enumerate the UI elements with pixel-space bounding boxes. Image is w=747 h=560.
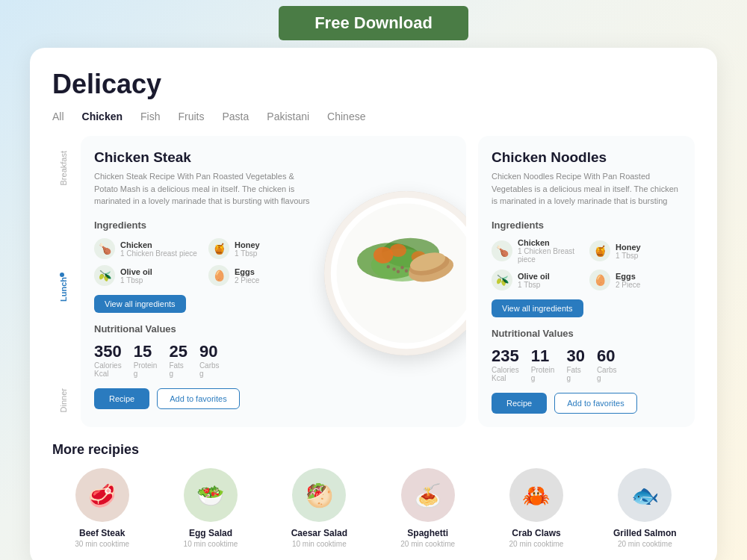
s-fats: 30 Fats g [566,346,584,382]
s-carbs-unit: g [597,374,617,382]
crab-claws-time: 20 min cooktime [509,540,564,548]
more-recipes-section: More recipies 🥩 Beef Steak 30 min cookti… [52,442,695,548]
s-protein-label: Protein [531,366,555,374]
s-ingredient-honey: 🍯 Honey 1 Tbsp [589,238,681,264]
olive-name: Olive oil [120,267,152,276]
category-pasta[interactable]: Pasta [222,111,249,122]
eggs-qty: 2 Piece [235,276,259,284]
more-item-egg-salad[interactable]: 🥗 Egg Salad 10 min cooktime [161,468,260,548]
s-honey-icon: 🍯 [589,240,610,261]
s-fats-unit: g [566,374,584,382]
s-ingredient-olive: 🫒 Olive oil 1 Tbsp [492,270,583,290]
s-calories-value: 235 [492,346,519,366]
s-fats-value: 30 [566,346,584,366]
category-all[interactable]: All [52,111,64,122]
category-fruits[interactable]: Fruits [178,111,204,122]
main-ingredients-grid: 🍗 Chicken 1 Chicken Breast piece 🍯 Honey… [94,238,317,286]
grilled-salmon-name: Grilled Salmon [613,528,677,538]
olive-qty: 1 Tbsp [120,276,152,284]
calories: 350 Calories Kcal [94,342,122,378]
second-recipe-desc: Chicken Noodles Recipe With Pan Roasted … [492,170,681,209]
s-fats-label: Fats [566,366,584,374]
category-pakistani[interactable]: Pakistani [267,111,309,122]
spaghetti-name: Spaghetti [407,528,448,538]
s-protein: 11 Protein g [531,346,555,382]
protein: 15 Protein g [134,342,158,378]
category-chinese[interactable]: Chinese [327,111,365,122]
main-recipe-card: Chicken Steak Chicken Steak Recipe With … [81,136,466,427]
s-calories-label: Calories [492,366,519,374]
ingredient-eggs: 🥚 Eggs 2 Piece [208,265,317,286]
carbs: 90 Carbs g [199,342,220,378]
calories-unit: Kcal [94,370,122,378]
ingredient-chicken: 🍗 Chicken 1 Chicken Breast piece [94,238,202,259]
recipe-button[interactable]: Recipe [94,388,149,409]
s-calories: 235 Calories Kcal [492,346,519,382]
second-nutrition-grid: 235 Calories Kcal 11 Protein g 30 Fats g [492,346,681,382]
honey-icon: 🍯 [208,238,229,259]
s-carbs: 60 Carbs g [597,346,617,382]
svg-point-13 [397,270,400,273]
protein-unit: g [134,370,158,378]
s-calories-unit: Kcal [492,374,519,382]
view-all-ingredients-button[interactable]: View all ingredients [94,295,186,313]
calories-label: Calories [94,361,122,370]
svg-point-15 [405,270,408,273]
fats-label: Fats [169,361,187,370]
s-ingredient-chicken: 🍗 Chicken 1 Chicken Breast piece [492,238,583,264]
eggs-name: Eggs [235,267,259,276]
spaghetti-img: 🍝 [401,468,455,522]
nutrition-grid: 350 Calories Kcal 15 Protein g 25 Fats g [94,342,317,378]
meal-breakfast[interactable]: Breakfast [52,143,75,193]
more-item-spaghetti[interactable]: 🍝 Spaghetti 20 min cooktime [378,468,477,548]
protein-label: Protein [134,361,158,370]
s-protein-unit: g [531,374,555,382]
fats: 25 Fats g [169,342,187,378]
meal-dinner[interactable]: Dinner [52,381,75,420]
more-item-crab-claws[interactable]: 🦀 Crab Claws 20 min cooktime [486,468,586,548]
second-action-buttons: Recipe Add to favorites [492,393,681,414]
s-eggs-name: Eggs [616,272,640,281]
eggs-icon: 🥚 [208,265,229,286]
free-download-button[interactable]: Free Download [279,6,468,40]
main-recipe-title: Chicken Steak [94,149,317,166]
s-add-to-favorites-button[interactable]: Add to favorites [554,393,636,414]
egg-salad-time: 10 min cooktime [184,540,238,548]
main-action-buttons: Recipe Add to favorites [94,388,317,409]
second-view-all-button[interactable]: View all ingredients [492,299,583,317]
s-carbs-value: 60 [597,346,617,366]
s-chicken-name: Chicken [518,238,583,247]
beef-steak-name: Beef Steak [79,528,125,538]
category-fish[interactable]: Fish [140,111,160,122]
more-item-grilled-salmon[interactable]: 🐟 Grilled Salmon 20 min cooktime [595,468,695,548]
meal-sidebar: Breakfast Lunch Dinner [52,136,75,427]
s-olive-icon: 🫒 [492,270,512,290]
honey-qty: 1 Tbsp [235,249,260,258]
more-item-beef-steak[interactable]: 🥩 Beef Steak 30 min cooktime [52,468,152,548]
s-honey-qty: 1 Tbsp [616,252,641,260]
content-area: Breakfast Lunch Dinner Chicken Steak Chi… [52,136,695,427]
s-eggs-qty: 2 Piece [616,281,640,289]
s-honey-name: Honey [616,243,641,252]
category-chicken[interactable]: Chicken [82,111,123,122]
s-protein-value: 11 [531,346,555,366]
chicken-qty: 1 Chicken Breast piece [120,249,197,258]
egg-salad-name: Egg Salad [189,528,232,538]
more-item-caesar-salad[interactable]: 🥙 Caesar Salad 10 min cooktime [270,468,369,548]
fats-value: 25 [169,342,187,361]
carbs-value: 90 [199,342,220,361]
crab-claws-img: 🦀 [509,468,563,522]
s-recipe-button[interactable]: Recipe [492,393,547,414]
meal-lunch[interactable]: Lunch [52,265,75,309]
svg-point-7 [390,243,406,257]
svg-point-12 [392,267,395,270]
protein-value: 15 [134,342,158,361]
category-nav: All Chicken Fish Fruits Pasta Pakistani … [52,111,695,122]
calories-value: 350 [94,342,122,361]
add-to-favorites-button[interactable]: Add to favorites [157,388,239,409]
honey-name: Honey [235,240,260,249]
app-title: Delicacy [52,69,695,100]
more-recipes-grid: 🥩 Beef Steak 30 min cooktime 🥗 Egg Salad… [52,468,695,548]
olive-icon: 🫒 [94,265,115,286]
caesar-salad-img: 🥙 [292,468,346,522]
